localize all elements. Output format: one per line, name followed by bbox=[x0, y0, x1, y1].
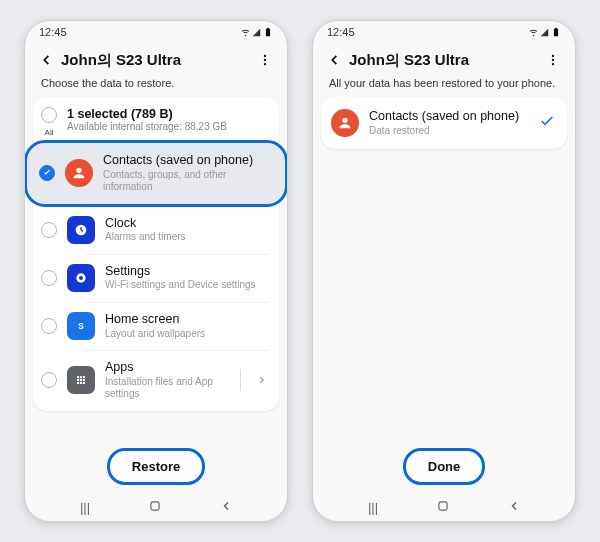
back-button[interactable] bbox=[35, 49, 57, 71]
restore-button[interactable]: Restore bbox=[107, 448, 205, 485]
item-subtitle: Wi-Fi settings and Device settings bbox=[105, 279, 269, 292]
signal-icon bbox=[540, 28, 549, 37]
header: John의 S23 Ultra bbox=[313, 43, 575, 75]
subheading: All your data has been restored to your … bbox=[313, 75, 575, 97]
status-icons bbox=[529, 27, 561, 37]
nav-recent-icon[interactable]: ||| bbox=[80, 500, 90, 515]
contacts-icon bbox=[331, 109, 359, 137]
result-subtitle: Data restored bbox=[369, 125, 529, 138]
status-time: 12:45 bbox=[39, 26, 67, 38]
battery-icon bbox=[263, 27, 273, 37]
status-bar: 12:45 bbox=[313, 21, 575, 43]
clock-icon bbox=[67, 216, 95, 244]
result-card: Contacts (saved on phone) Data restored bbox=[321, 97, 567, 149]
status-bar: 12:45 bbox=[25, 21, 287, 43]
status-icons bbox=[241, 27, 273, 37]
settings-icon bbox=[67, 264, 95, 292]
available-storage: Available internal storage: 88.23 GB bbox=[67, 121, 227, 132]
list-item-settings[interactable]: Settings Wi-Fi settings and Device setti… bbox=[33, 254, 279, 302]
item-title: Clock bbox=[105, 216, 269, 232]
nav-back-icon[interactable] bbox=[220, 500, 232, 515]
phone-left: 12:45 John의 S23 Ultra Choose the data to… bbox=[24, 20, 288, 522]
svg-point-15 bbox=[83, 382, 85, 384]
header: John의 S23 Ultra bbox=[25, 43, 287, 75]
svg-point-14 bbox=[80, 382, 82, 384]
more-vert-icon bbox=[546, 53, 560, 67]
radio-unchecked[interactable] bbox=[41, 270, 57, 286]
chevron-left-icon bbox=[327, 53, 341, 67]
list-item-home[interactable]: S Home screen Layout and wallpapers bbox=[33, 302, 279, 350]
item-title: Apps bbox=[105, 360, 226, 376]
svg-point-5 bbox=[79, 276, 83, 280]
chevron-left-icon bbox=[39, 53, 53, 67]
svg-point-0 bbox=[264, 55, 266, 57]
check-icon bbox=[42, 168, 52, 178]
nav-home-icon[interactable] bbox=[148, 499, 162, 516]
item-title: Home screen bbox=[105, 312, 269, 328]
done-button[interactable]: Done bbox=[403, 448, 486, 485]
radio-unchecked[interactable] bbox=[41, 372, 57, 388]
svg-point-7 bbox=[77, 376, 79, 378]
svg-point-2 bbox=[264, 63, 266, 65]
svg-point-11 bbox=[80, 379, 82, 381]
svg-text:S: S bbox=[78, 322, 84, 331]
more-button[interactable] bbox=[543, 50, 563, 70]
more-button[interactable] bbox=[255, 50, 275, 70]
svg-point-1 bbox=[264, 59, 266, 61]
nav-back-icon[interactable] bbox=[508, 500, 520, 515]
svg-point-19 bbox=[552, 63, 554, 65]
item-subtitle: Installation files and App settings bbox=[105, 376, 226, 401]
svg-point-8 bbox=[80, 376, 82, 378]
radio-unchecked[interactable] bbox=[41, 318, 57, 334]
list-item-apps[interactable]: Apps Installation files and App settings bbox=[33, 350, 279, 411]
phone-right: 12:45 John의 S23 Ultra All your data has … bbox=[312, 20, 576, 522]
radio-unchecked[interactable] bbox=[41, 222, 57, 238]
page-title: John의 S23 Ultra bbox=[61, 51, 255, 70]
restore-list-card: All 1 selected (789 B) Available interna… bbox=[33, 97, 279, 411]
svg-point-12 bbox=[83, 379, 85, 381]
summary-row[interactable]: All 1 selected (789 B) Available interna… bbox=[33, 97, 279, 137]
signal-icon bbox=[252, 28, 261, 37]
result-title: Contacts (saved on phone) bbox=[369, 109, 529, 125]
apps-icon bbox=[67, 366, 95, 394]
list-item-clock[interactable]: Clock Alarms and timers bbox=[33, 206, 279, 254]
divider bbox=[240, 369, 241, 391]
svg-point-10 bbox=[77, 379, 79, 381]
checkbox-checked[interactable] bbox=[39, 165, 55, 181]
svg-rect-20 bbox=[439, 501, 447, 509]
page-title: John의 S23 Ultra bbox=[349, 51, 543, 70]
svg-point-9 bbox=[83, 376, 85, 378]
svg-point-13 bbox=[77, 382, 79, 384]
chevron-right-icon[interactable] bbox=[255, 373, 269, 388]
wifi-icon bbox=[241, 28, 250, 37]
nav-recent-icon[interactable]: ||| bbox=[368, 500, 378, 515]
svg-rect-16 bbox=[151, 501, 159, 509]
item-subtitle: Contacts, groups, and other information bbox=[103, 169, 271, 194]
item-title: Contacts (saved on phone) bbox=[103, 153, 271, 169]
status-time: 12:45 bbox=[327, 26, 355, 38]
subheading: Choose the data to restore. bbox=[25, 75, 287, 97]
nav-home-icon[interactable] bbox=[436, 499, 450, 516]
list-item-contacts[interactable]: Contacts (saved on phone) Contacts, grou… bbox=[27, 143, 285, 204]
select-all-radio[interactable] bbox=[41, 107, 57, 123]
nav-bar: ||| bbox=[25, 493, 287, 521]
home-screen-icon: S bbox=[67, 312, 95, 340]
battery-icon bbox=[551, 27, 561, 37]
contacts-icon bbox=[65, 159, 93, 187]
nav-bar: ||| bbox=[313, 493, 575, 521]
back-button[interactable] bbox=[323, 49, 345, 71]
svg-point-17 bbox=[552, 55, 554, 57]
selected-count: 1 selected (789 B) bbox=[67, 107, 227, 121]
item-subtitle: Alarms and timers bbox=[105, 231, 269, 244]
item-subtitle: Layout and wallpapers bbox=[105, 328, 269, 341]
item-title: Settings bbox=[105, 264, 269, 280]
more-vert-icon bbox=[258, 53, 272, 67]
svg-point-18 bbox=[552, 59, 554, 61]
success-check-icon bbox=[539, 113, 557, 133]
wifi-icon bbox=[529, 28, 538, 37]
select-all-label: All bbox=[41, 128, 57, 137]
